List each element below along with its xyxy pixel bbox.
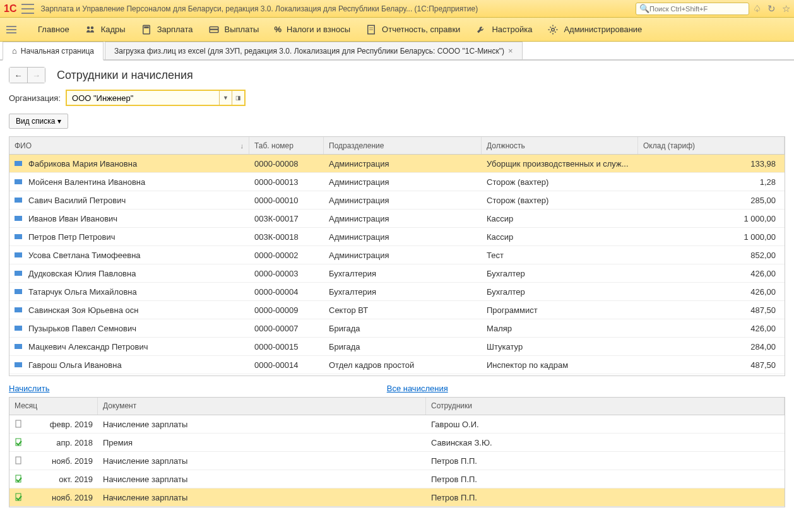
tab-number: 0000-00013 — [249, 177, 324, 187]
col-document[interactable]: Документ — [98, 398, 426, 415]
history-icon[interactable]: ↻ — [767, 3, 776, 15]
org-select[interactable]: ▼ ◨ — [66, 90, 246, 106]
dropdown-icon[interactable]: ▼ — [219, 91, 232, 105]
accrual-row[interactable]: нояб. 2019Начисление зарплатыПетров П.П. — [9, 452, 785, 470]
position: Уборщик производственных и служ... — [482, 159, 638, 168]
table-row[interactable]: Дудковская Юлия Павловна0000-00003Бухгал… — [9, 264, 785, 283]
col-department[interactable]: Подразделение — [324, 137, 482, 154]
global-search[interactable]: 🔍 — [636, 3, 749, 15]
table-row[interactable]: Фабрикова Мария Ивановна0000-00008Админи… — [9, 155, 785, 173]
tab-number: 0000-00004 — [249, 287, 324, 297]
back-button[interactable]: ← — [9, 68, 27, 83]
table-row[interactable]: Мойсеня Валентина Ивановна0000-00013Адми… — [9, 173, 785, 191]
wrench-icon — [475, 24, 487, 35]
col-tabnum[interactable]: Таб. номер — [249, 137, 324, 154]
table-row[interactable]: Пузырьков Павел Семнович0000-00007Бригад… — [9, 319, 785, 338]
employee-name: Иванов Иван Иванович — [28, 214, 117, 223]
bell-icon[interactable]: ♤ — [753, 3, 761, 15]
table-row[interactable]: Мацкевич Александр Петрович0000-00015Бри… — [9, 338, 785, 356]
svg-rect-10 — [16, 420, 21, 427]
tab-number: 0000-00003 — [249, 269, 324, 278]
table-row[interactable]: Усова Светлана Тимофеевна0000-00002Админ… — [9, 246, 785, 264]
accrual-row[interactable]: окт. 2019Начисление зарплатыПетров П.П. — [9, 470, 785, 488]
col-salary[interactable]: Оклад (тариф) — [638, 137, 785, 154]
tab-home[interactable]: ⌂Начальная страница — [3, 42, 104, 61]
table-row[interactable]: Савич Василий Петрович0000-00010Админист… — [9, 191, 785, 210]
employee-name: Пузырьков Павел Семнович — [28, 324, 136, 333]
col-employees[interactable]: Сотрудники — [426, 398, 785, 415]
menu-taxes[interactable]: %Налоги и взносы — [274, 25, 350, 34]
department: Бригада — [324, 342, 482, 352]
salary: 1 000,00 — [638, 214, 785, 223]
employee-icon — [15, 326, 22, 331]
menu-reports[interactable]: Отчетность, справки — [365, 24, 460, 35]
all-accruals-link[interactable]: Все начисления — [387, 384, 448, 393]
month: окт. 2019 — [59, 475, 93, 484]
month: нояб. 2019 — [52, 456, 93, 466]
main-menu: Главное Кадры Зарплата Выплаты %Налоги и… — [0, 18, 794, 42]
table-row[interactable]: Петров Петр Петрович003К-00018Администра… — [9, 228, 785, 246]
org-input[interactable] — [67, 93, 219, 103]
employee-short: Петров П.П. — [426, 493, 785, 502]
table2-body[interactable]: февр. 2019Начисление зарплатыГаврош О.И.… — [9, 415, 785, 507]
search-input[interactable] — [649, 5, 745, 13]
accrual-row[interactable]: нояб. 2019Начисление зарплатыПетров П.П. — [9, 488, 785, 507]
hamburger-icon[interactable] — [21, 4, 34, 14]
month: нояб. 2019 — [52, 493, 93, 502]
svg-point-9 — [552, 28, 555, 31]
position: Программист — [482, 305, 638, 315]
tab-number: 0000-00008 — [249, 159, 324, 168]
close-icon[interactable]: × — [508, 46, 513, 56]
open-icon[interactable]: ◨ — [232, 91, 244, 105]
position: Кассир — [482, 232, 638, 242]
document-status-icon — [15, 438, 23, 447]
employee-short: Гаврош О.И. — [426, 420, 785, 429]
table-row[interactable]: Иванов Иван Иванович003К-00017Администра… — [9, 210, 785, 228]
employee-icon — [15, 161, 22, 166]
page-title: Сотрудники и начисления — [57, 69, 193, 82]
menu-admin[interactable]: Администрирование — [547, 24, 642, 35]
employee-short: Петров П.П. — [426, 475, 785, 484]
tab-import[interactable]: Загрузка физ.лиц из excel (для ЗУП, реда… — [105, 42, 523, 59]
tab-bar: ⌂Начальная страница Загрузка физ.лиц из … — [0, 42, 794, 61]
col-month[interactable]: Месяц — [9, 398, 98, 415]
department: Администрация — [324, 196, 482, 205]
menu-salary[interactable]: Зарплата — [141, 24, 193, 35]
doc-name: Начисление зарплаты — [98, 420, 426, 429]
tab-number: 0000-00002 — [249, 251, 324, 260]
accrue-link[interactable]: Начислить — [9, 384, 49, 393]
col-position[interactable]: Должность — [482, 137, 638, 154]
table-row[interactable]: Гаврош Ольга Ивановна0000-00014Отдел кад… — [9, 356, 785, 374]
table-row[interactable]: Татарчук Ольга Михайловна0000-00004Бухга… — [9, 283, 785, 301]
menu-payments[interactable]: Выплаты — [208, 24, 259, 35]
menu-settings[interactable]: Настройка — [475, 24, 532, 35]
accrual-row[interactable]: апр. 2018ПремияСавинская З.Ю. — [9, 434, 785, 452]
department: Администрация — [324, 177, 482, 187]
department: Администрация — [324, 159, 482, 168]
window-title: Зарплата и Управление Персоналом для Бел… — [40, 4, 632, 13]
filter-row: Организация: ▼ ◨ — [0, 86, 794, 110]
salary: 285,00 — [638, 196, 785, 205]
table-row[interactable]: Савинская Зоя Юрьевна осн0000-00009Секто… — [9, 301, 785, 319]
salary: 426,00 — [638, 324, 785, 333]
position: Бухгалтер — [482, 287, 638, 297]
col-fio[interactable]: ФИО — [9, 137, 249, 154]
employees-table: ФИО Таб. номер Подразделение Должность О… — [9, 136, 785, 376]
toolbar: ← → Сотрудники и начисления — [0, 61, 794, 86]
salary: 426,00 — [638, 287, 785, 297]
menu-personnel[interactable]: Кадры — [85, 24, 126, 35]
menu-main[interactable]: Главное — [38, 25, 69, 34]
employee-name: Савинская Зоя Юрьевна осн — [28, 305, 138, 315]
doc-name: Премия — [98, 438, 426, 447]
view-mode-button[interactable]: Вид списка ▾ — [9, 114, 68, 129]
salary: 284,00 — [638, 342, 785, 352]
menu-toggle[interactable] — [6, 26, 23, 33]
search-icon: 🔍 — [639, 4, 649, 13]
accrual-row[interactable]: февр. 2019Начисление зарплатыГаврош О.И. — [9, 415, 785, 434]
star-icon[interactable]: ☆ — [782, 3, 790, 15]
tab-number: 0000-00009 — [249, 305, 324, 315]
forward-button[interactable]: → — [27, 68, 45, 83]
table2-header: Месяц Документ Сотрудники — [9, 398, 785, 415]
table-body[interactable]: Фабрикова Мария Ивановна0000-00008Админи… — [9, 155, 785, 375]
tab-number: 0000-00014 — [249, 360, 324, 370]
